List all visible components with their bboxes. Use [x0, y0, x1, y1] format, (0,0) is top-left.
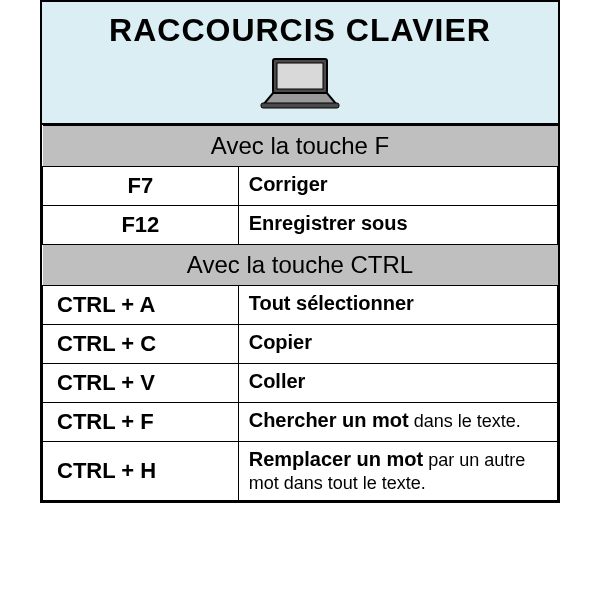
shortcut-key: F12: [43, 206, 239, 245]
table-row: CTRL + F Chercher un mot dans le texte.: [43, 403, 558, 442]
page-title: RACCOURCIS CLAVIER: [50, 12, 550, 49]
shortcut-table: Avec la touche F F7 Corriger F12 Enregis…: [42, 125, 558, 501]
table-row: CTRL + H Remplacer un mot par un autre m…: [43, 442, 558, 501]
laptop-icon: [255, 55, 345, 115]
shortcut-key: CTRL + V: [43, 364, 239, 403]
shortcut-desc: Remplacer un mot par un autre mot dans t…: [238, 442, 557, 501]
shortcut-desc: Chercher un mot dans le texte.: [238, 403, 557, 442]
shortcut-desc: Enregistrer sous: [238, 206, 557, 245]
svg-rect-3: [261, 103, 339, 108]
shortcut-key: F7: [43, 167, 239, 206]
table-row: CTRL + C Copier: [43, 325, 558, 364]
table-row: F12 Enregistrer sous: [43, 206, 558, 245]
shortcut-key: CTRL + F: [43, 403, 239, 442]
section-heading-label: Avec la touche CTRL: [43, 245, 558, 286]
shortcut-desc: Coller: [238, 364, 557, 403]
card-header: RACCOURCIS CLAVIER: [42, 2, 558, 125]
svg-rect-1: [277, 63, 323, 89]
shortcut-desc: Corriger: [238, 167, 557, 206]
table-row: F7 Corriger: [43, 167, 558, 206]
shortcut-key: CTRL + C: [43, 325, 239, 364]
shortcut-desc: Copier: [238, 325, 557, 364]
table-row: CTRL + V Coller: [43, 364, 558, 403]
shortcut-key: CTRL + A: [43, 286, 239, 325]
table-row: CTRL + A Tout sélectionner: [43, 286, 558, 325]
section-heading-label: Avec la touche F: [43, 126, 558, 167]
section-heading: Avec la touche F: [43, 126, 558, 167]
shortcut-desc: Tout sélectionner: [238, 286, 557, 325]
shortcut-key: CTRL + H: [43, 442, 239, 501]
shortcut-card: RACCOURCIS CLAVIER Avec la touche F F7 C…: [40, 0, 560, 503]
section-heading: Avec la touche CTRL: [43, 245, 558, 286]
